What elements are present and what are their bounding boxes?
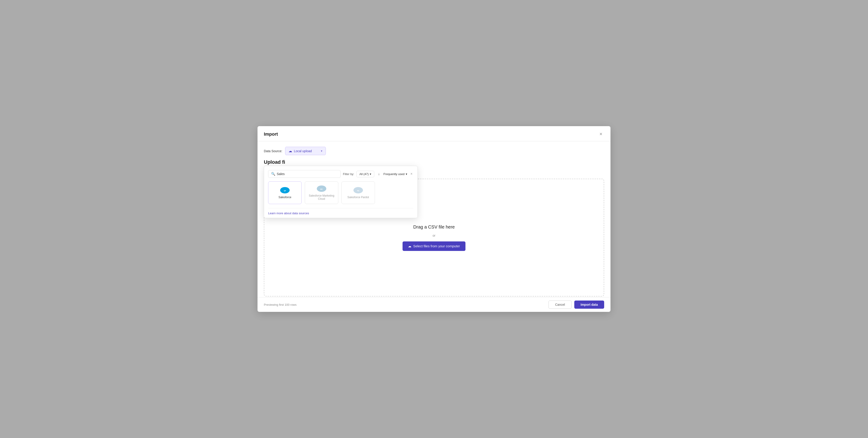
search-icon: 🔍 (271, 172, 275, 176)
dropdown-footer: Learn more about data sources (268, 208, 413, 218)
connector-grid: SF Salesforce MC Salesforc (268, 181, 413, 204)
upload-file-heading: Upload fi (264, 159, 604, 165)
import-modal: Import × Data Source: ☁ Local upload ▾ U… (257, 126, 611, 312)
datasource-dropdown-panel: 🔍 Filter by: All (47) ▾ ↓ Frequently use… (264, 166, 418, 218)
upload-cloud-icon: ☁ (288, 149, 292, 153)
select-files-label: Select files from your computer (413, 244, 460, 248)
svg-text:MC: MC (320, 188, 323, 190)
close-filter-button[interactable]: × (409, 171, 413, 176)
datasource-dropdown[interactable]: ☁ Local upload ▾ (285, 147, 326, 155)
modal-footer: Previewing first 100 rows Cancel Import … (257, 297, 611, 312)
footer-buttons: Cancel Import data (549, 300, 604, 309)
or-separator: or (433, 234, 435, 237)
import-data-button[interactable]: Import data (574, 300, 604, 309)
modal-title: Import (264, 132, 278, 137)
svg-text:PD: PD (357, 190, 359, 192)
freq-used-chevron-icon: ▾ (406, 172, 407, 176)
salesforce-logo: SF (279, 186, 290, 194)
svg-text:SF: SF (284, 190, 286, 192)
data-source-row: Data Source: ☁ Local upload ▾ (264, 147, 604, 155)
preview-rows-text: Previewing first 100 rows (264, 303, 297, 306)
search-box: 🔍 (268, 170, 341, 178)
connector-salesforce-name: Salesforce (279, 196, 291, 199)
connector-card-salesforce-pardot[interactable]: PD Salesforce Pardot (341, 181, 375, 204)
filter-dropdown[interactable]: All (47) ▾ (356, 171, 374, 177)
data-source-label: Data Source: (264, 149, 282, 153)
modal-overlay: Import × Data Source: ☁ Local upload ▾ U… (0, 0, 868, 438)
chevron-down-icon: ▾ (321, 149, 322, 153)
connector-card-salesforce[interactable]: SF Salesforce (268, 181, 302, 204)
modal-body: Data Source: ☁ Local upload ▾ Upload fi … (257, 141, 611, 297)
learn-more-link[interactable]: Learn more about data sources (268, 211, 309, 215)
frequently-used-button[interactable]: Frequently used ▾ (383, 172, 407, 176)
filter-chevron-icon: ▾ (370, 172, 371, 176)
connector-pardot-name: Salesforce Pardot (347, 196, 369, 199)
modal-header: Import × (257, 126, 611, 141)
cancel-button[interactable]: Cancel (549, 300, 571, 309)
connector-card-salesforce-marketing[interactable]: MC Salesforce Marketing Cloud (305, 181, 338, 204)
filter-value-label: All (47) (359, 172, 369, 176)
drag-csv-text: Drag a CSV file here (413, 225, 455, 230)
search-input[interactable] (277, 172, 338, 176)
frequently-used-label: Frequently used (383, 172, 404, 176)
select-files-button[interactable]: ☁ Select files from your computer (403, 241, 465, 251)
salesforce-pardot-logo: PD (353, 186, 364, 194)
sort-button[interactable]: ↓ (376, 171, 381, 177)
close-button[interactable]: × (598, 130, 604, 138)
connector-marketing-name: Salesforce Marketing Cloud (308, 194, 335, 200)
select-files-upload-icon: ☁ (408, 244, 411, 248)
dropdown-toolbar: 🔍 Filter by: All (47) ▾ ↓ Frequently use… (268, 170, 413, 178)
salesforce-marketing-logo: MC (316, 185, 327, 192)
datasource-selected-label: Local upload (294, 149, 312, 153)
filter-by-label: Filter by: (343, 172, 354, 176)
